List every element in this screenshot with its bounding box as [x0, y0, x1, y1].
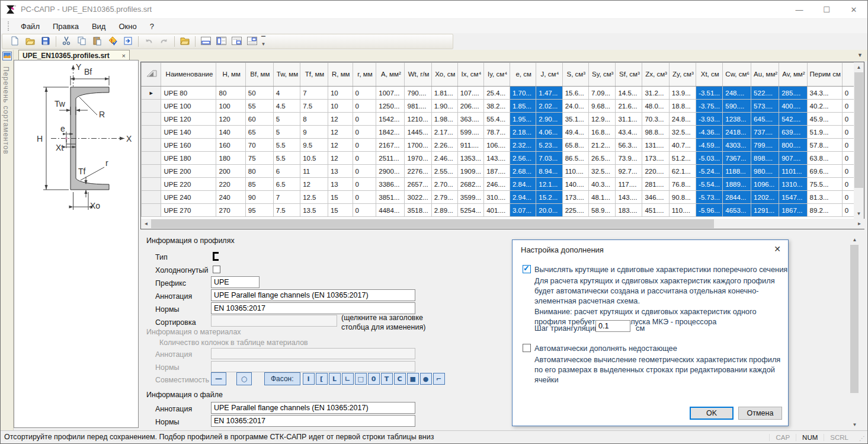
cell-9-4[interactable]: 15	[328, 204, 353, 217]
panel-scroll-up-icon[interactable]: ▲	[850, 235, 860, 245]
cell-2-9[interactable]: 363....	[457, 113, 483, 126]
select-all-corner-cell[interactable]	[142, 63, 161, 87]
cell-5-17[interactable]: 51.2...	[669, 152, 696, 165]
cell-9-13[interactable]: 225....	[562, 204, 588, 217]
cell-6-15[interactable]: 92.7...	[616, 165, 642, 178]
table-vscroll-thumb[interactable]	[854, 72, 863, 188]
cell-5-3[interactable]: 10.5	[300, 152, 328, 165]
row-selector-2[interactable]	[142, 113, 161, 126]
cell-8-18[interactable]: -5.73...	[696, 191, 723, 204]
cell-5-22[interactable]: 63.8...	[807, 152, 842, 165]
column-header-5[interactable]: R, мм	[328, 63, 353, 87]
cell-1-13[interactable]: 24.0...	[562, 100, 588, 113]
cell-name-0[interactable]: UPE 80	[161, 87, 216, 100]
cell-3-14[interactable]: 16.8...	[589, 126, 616, 139]
cell-2-23[interactable]: 0	[842, 113, 854, 126]
cell-7-11[interactable]: 2.84...	[510, 178, 536, 191]
panel-vscroll-thumb[interactable]	[850, 245, 859, 393]
cell-9-0[interactable]: 270	[216, 204, 245, 217]
cell-5-19[interactable]: 7367...	[723, 152, 751, 165]
column-header-18[interactable]: Zy, см³	[669, 63, 696, 87]
cell-2-21[interactable]: 542....	[779, 113, 807, 126]
cell-7-14[interactable]: 40.3...	[589, 178, 616, 191]
column-header-10[interactable]: Ix, см⁴	[457, 63, 483, 87]
cell-9-9[interactable]: 5254...	[457, 204, 483, 217]
cell-2-14[interactable]: 12.9...	[589, 113, 616, 126]
cell-2-18[interactable]: -3.93...	[696, 113, 723, 126]
cell-5-18[interactable]: -5.03...	[696, 152, 723, 165]
cell-7-10[interactable]: 246....	[484, 178, 510, 191]
cell-5-5[interactable]: 0	[353, 152, 376, 165]
cell-7-4[interactable]: 13	[328, 178, 353, 191]
cell-3-10[interactable]: 78.7...	[484, 126, 510, 139]
cell-5-12[interactable]: 7.03...	[536, 152, 562, 165]
menu-item-файл[interactable]: Файл	[14, 19, 46, 34]
cell-3-20[interactable]: 737....	[751, 126, 779, 139]
materials-annotation-input[interactable]	[211, 348, 415, 359]
cell-6-21[interactable]: 1101...	[779, 165, 807, 178]
cell-1-3[interactable]: 7.5	[300, 100, 328, 113]
cell-4-8[interactable]: 2.26...	[431, 139, 457, 152]
cell-name-2[interactable]: UPE 120	[161, 113, 216, 126]
file-annotation-input[interactable]	[211, 402, 415, 414]
cell-6-9[interactable]: 1909...	[457, 165, 483, 178]
menu-item-правка[interactable]: Правка	[46, 19, 85, 34]
column-header-15[interactable]: Sy, см³	[589, 63, 616, 87]
cell-4-13[interactable]: 65.8...	[562, 139, 588, 152]
cell-6-23[interactable]: 0	[842, 165, 854, 178]
cell-7-18[interactable]: -5.54...	[696, 178, 723, 191]
cell-name-7[interactable]: UPE 220	[161, 178, 216, 191]
cell-0-12[interactable]: 1.47...	[536, 87, 562, 100]
cell-9-23[interactable]: 0	[842, 204, 854, 217]
cell-8-7[interactable]: 3022...	[405, 191, 431, 204]
row-selector-4[interactable]	[142, 139, 161, 152]
cell-3-17[interactable]: 32.5...	[669, 126, 696, 139]
open-button[interactable]	[23, 35, 37, 48]
cell-2-20[interactable]: 645....	[751, 113, 779, 126]
menu-item-вид[interactable]: Вид	[85, 19, 113, 34]
column-header-19[interactable]: Xt, см	[696, 63, 723, 87]
panel-scroll-down-icon[interactable]: ▼	[850, 420, 860, 430]
cell-4-2[interactable]: 5.5	[273, 139, 300, 152]
cell-2-10[interactable]: 55.4...	[484, 113, 510, 126]
cell-6-12[interactable]: 8.94...	[536, 165, 562, 178]
column-header-16[interactable]: Sf, см³	[616, 63, 642, 87]
cell-1-17[interactable]: 18.8...	[669, 100, 696, 113]
cell-3-2[interactable]: 5	[273, 126, 300, 139]
auto-complete-checkbox[interactable]	[523, 344, 531, 352]
cell-3-3[interactable]: 9	[300, 126, 328, 139]
cell-0-5[interactable]: 0	[353, 87, 376, 100]
cell-5-16[interactable]: 173....	[642, 152, 669, 165]
menu-item-окно[interactable]: Окно	[112, 19, 143, 34]
cell-9-3[interactable]: 13.5	[300, 204, 328, 217]
cell-8-14[interactable]: 48.1...	[589, 191, 616, 204]
compat-plate-button[interactable]: —	[211, 372, 226, 385]
cell-4-1[interactable]: 70	[245, 139, 273, 152]
cell-4-14[interactable]: 21.2...	[589, 139, 616, 152]
cell-8-3[interactable]: 12.5	[300, 191, 328, 204]
cell-7-17[interactable]: 76.8...	[669, 178, 696, 191]
fason-shape-button-5[interactable]: 0	[368, 373, 380, 385]
column-header-12[interactable]: e, см	[510, 63, 536, 87]
cell-7-23[interactable]: 0	[842, 178, 854, 191]
cell-0-1[interactable]: 50	[245, 87, 273, 100]
cell-1-0[interactable]: 100	[216, 100, 245, 113]
cell-1-15[interactable]: 21.6...	[616, 100, 642, 113]
check-button[interactable]: !	[105, 35, 120, 48]
cell-3-11[interactable]: 2.18...	[510, 126, 536, 139]
window-layout-1-button[interactable]	[198, 35, 213, 48]
row-selector-7[interactable]	[142, 178, 161, 191]
cell-7-0[interactable]: 220	[216, 178, 245, 191]
cell-8-16[interactable]: 346....	[642, 191, 669, 204]
cell-7-16[interactable]: 281....	[642, 178, 669, 191]
fason-shape-button-8[interactable]: ■	[407, 373, 419, 385]
cell-5-21[interactable]: 907....	[779, 152, 807, 165]
cell-1-4[interactable]: 10	[328, 100, 353, 113]
new-button[interactable]	[8, 35, 22, 48]
cell-8-20[interactable]: 1202...	[751, 191, 779, 204]
cell-7-3[interactable]: 12	[300, 178, 328, 191]
cell-9-20[interactable]: 1291...	[751, 204, 779, 217]
cell-0-9[interactable]: 107....	[457, 87, 483, 100]
cell-3-0[interactable]: 140	[216, 126, 245, 139]
cell-9-12[interactable]: 20.0...	[536, 204, 562, 217]
